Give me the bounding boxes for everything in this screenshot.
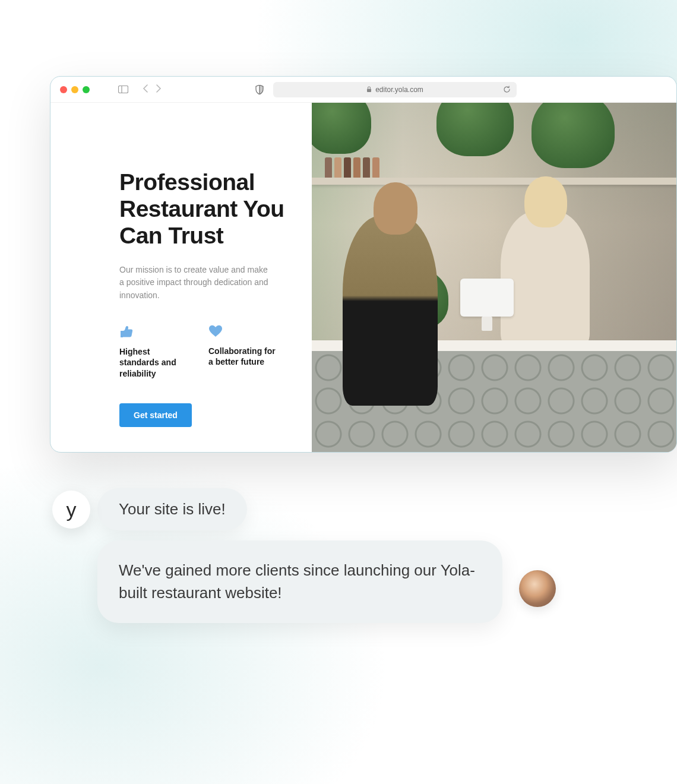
heart-icon [208, 325, 280, 337]
browser-toolbar: editor.yola.com [50, 77, 676, 103]
chat-bubble-system: Your site is live! [97, 488, 247, 530]
bottle-decoration [372, 157, 379, 179]
feature-row: Highest standards and reliability Collab… [119, 325, 300, 380]
bottle-decoration [363, 157, 370, 179]
feature-collab: Collaborating for a better future [208, 325, 280, 380]
url-text: editor.yola.com [375, 86, 423, 94]
feature-title: Highest standards and reliability [119, 346, 191, 380]
feature-title: Collaborating for a better future [208, 346, 280, 368]
svg-rect-2 [367, 89, 371, 93]
maximize-window-button[interactable] [83, 86, 90, 93]
hero-text-column: Professional Restaurant You Can Trust Ou… [50, 103, 312, 452]
plant-decoration [312, 103, 371, 154]
browser-window: editor.yola.com Professional Restaurant … [50, 76, 677, 453]
page-content: Professional Restaurant You Can Trust Ou… [50, 103, 676, 452]
address-bar[interactable]: editor.yola.com [273, 82, 517, 97]
svg-rect-0 [119, 86, 128, 93]
plant-decoration [532, 103, 615, 168]
get-started-button[interactable]: Get started [119, 403, 192, 427]
shelf-decoration [312, 178, 676, 185]
chat-bubble-user: We've gained more clients since launchin… [97, 540, 502, 623]
thumbs-up-icon [119, 325, 191, 338]
privacy-shield-icon[interactable] [255, 85, 264, 94]
bottle-decoration [325, 157, 332, 179]
sidebar-toggle-icon[interactable] [118, 86, 128, 93]
forward-button[interactable] [156, 84, 162, 95]
minimize-window-button[interactable] [71, 86, 78, 93]
nav-arrows [143, 84, 162, 95]
person-illustration [343, 216, 438, 406]
user-avatar [519, 570, 556, 607]
system-avatar: y [52, 491, 90, 529]
chat-text: We've gained more clients since launchin… [119, 561, 475, 602]
lock-icon [366, 86, 372, 93]
hero-headline: Professional Restaurant You Can Trust [119, 169, 300, 249]
refresh-icon[interactable] [503, 86, 511, 93]
close-window-button[interactable] [60, 86, 67, 93]
feature-standards: Highest standards and reliability [119, 325, 191, 380]
bottle-decoration [353, 157, 360, 179]
traffic-lights [60, 86, 90, 93]
bottle-decoration [334, 157, 341, 179]
avatar-letter: y [67, 498, 77, 521]
hero-mission: Our mission is to create value and make … [119, 264, 274, 302]
plant-decoration [436, 103, 514, 156]
bottle-decoration [344, 157, 351, 179]
tablet-illustration [460, 279, 514, 317]
back-button[interactable] [143, 84, 148, 95]
hero-image [312, 103, 676, 452]
person-illustration [501, 211, 590, 347]
chat-text: Your site is live! [119, 500, 226, 518]
